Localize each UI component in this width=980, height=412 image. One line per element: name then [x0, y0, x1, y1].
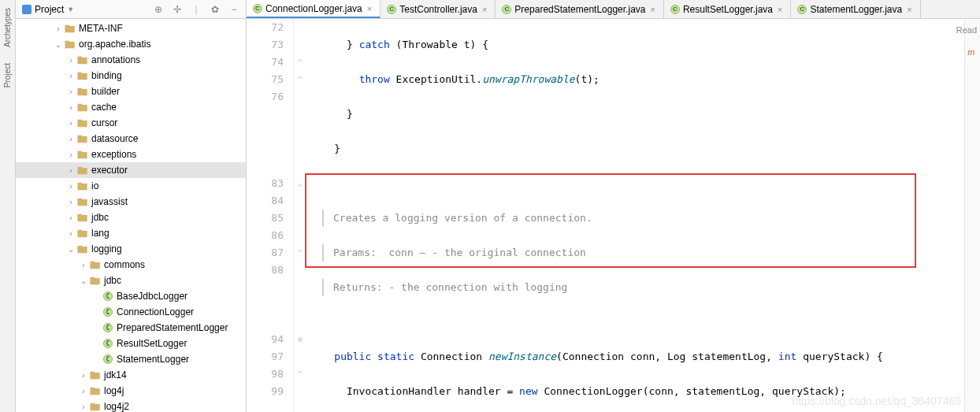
project-tree[interactable]: ›META-INF⌄org.apache.ibatis›annotations›…	[16, 19, 246, 412]
project-icon	[22, 5, 32, 14]
editor-tab[interactable]: CPreparedStatementLogger.java×	[496, 0, 664, 18]
fold-mark[interactable]	[294, 296, 306, 314]
locate-icon[interactable]: ⊕	[153, 4, 164, 15]
tree-item[interactable]: ›builder	[16, 84, 246, 99]
fold-mark[interactable]	[294, 348, 306, 366]
fold-mark[interactable]	[294, 140, 306, 158]
fold-mark[interactable]: ⌃	[294, 244, 306, 262]
tree-item-label: jdbc	[104, 275, 121, 286]
tree-arrow-icon[interactable]: ›	[54, 24, 63, 33]
fold-mark[interactable]: ⌄	[294, 175, 306, 192]
tree-item[interactable]: CPreparedStatementLogger	[16, 320, 246, 336]
tree-item[interactable]: ›META-INF	[16, 20, 246, 36]
tree-arrow-icon[interactable]: ›	[79, 403, 88, 411]
tree-item[interactable]: ›executor	[16, 162, 246, 178]
class-icon: C	[253, 4, 262, 13]
fold-mark[interactable]	[294, 192, 306, 210]
tree-arrow-icon[interactable]: ›	[66, 213, 76, 222]
tree-arrow-icon[interactable]: ›	[66, 150, 76, 159]
tree-arrow-icon[interactable]: ›	[66, 229, 76, 238]
tree-item[interactable]: ›jdbc	[16, 210, 246, 225]
fold-mark[interactable]	[294, 19, 306, 36]
fold-gutter[interactable]: ⌃⌃⌄⌃⊕⌃	[294, 19, 306, 412]
tree-arrow-icon[interactable]: ›	[79, 371, 88, 380]
tree-item[interactable]: ›annotations	[16, 52, 246, 68]
tree-arrow-icon[interactable]: ›	[79, 261, 88, 269]
class-icon: C	[670, 5, 680, 14]
tree-item[interactable]: ›javassist	[16, 194, 246, 210]
tab-label: ResultSetLogger.java	[683, 4, 773, 15]
tree-item[interactable]: ⌄jdbc	[16, 273, 246, 288]
fold-mark[interactable]	[294, 158, 306, 175]
tree-item[interactable]: ›datasource	[16, 131, 246, 147]
editor-tab[interactable]: CConnectionLogger.java×	[247, 0, 380, 18]
fold-mark[interactable]	[294, 227, 306, 244]
dropdown-icon[interactable]: ▼	[67, 6, 74, 13]
fold-mark[interactable]	[294, 314, 306, 331]
hide-icon[interactable]: −	[228, 4, 239, 15]
editor-tab[interactable]: CResultSetLogger.java×	[664, 0, 792, 18]
editor-tab[interactable]: CTestController.java×	[380, 0, 496, 18]
tree-item[interactable]: CStatementLogger	[16, 351, 246, 367]
tree-arrow-icon[interactable]: ⌄	[54, 40, 63, 49]
fold-mark[interactable]: ⌃	[294, 71, 306, 88]
fold-mark[interactable]	[294, 383, 306, 400]
fold-mark[interactable]	[294, 262, 306, 279]
tree-arrow-icon[interactable]: ›	[66, 72, 76, 80]
tree-item[interactable]: ›binding	[16, 68, 246, 84]
fold-mark[interactable]: ⌃	[294, 54, 306, 71]
tree-arrow-icon[interactable]: ›	[66, 135, 76, 143]
fold-mark[interactable]	[294, 210, 306, 227]
project-title: Project	[35, 4, 64, 15]
tree-item[interactable]: CBaseJdbcLogger	[16, 288, 246, 304]
close-icon[interactable]: ×	[366, 4, 373, 13]
fold-mark[interactable]	[294, 123, 306, 140]
tree-item[interactable]: ›log4j2	[16, 399, 246, 412]
tree-item[interactable]: ⌄logging	[16, 241, 246, 257]
fold-mark[interactable]	[294, 106, 306, 123]
tree-arrow-icon[interactable]: ›	[66, 56, 76, 65]
code-content[interactable]: } catch (Throwable t) { throw ExceptionU…	[306, 19, 980, 412]
tree-item[interactable]: ›cache	[16, 99, 246, 115]
archetypes-tab[interactable]: Archetypes	[3, 8, 12, 47]
close-icon[interactable]: ×	[776, 5, 784, 14]
class-icon: C	[502, 5, 511, 14]
tree-item[interactable]: CConnectionLogger	[16, 304, 246, 320]
fold-mark[interactable]	[294, 88, 306, 106]
tree-item[interactable]: ›io	[16, 178, 246, 194]
tree-item[interactable]: ›log4j	[16, 383, 246, 399]
fold-mark[interactable]	[294, 36, 306, 54]
tree-arrow-icon[interactable]: ⌄	[79, 277, 88, 285]
tree-arrow-icon[interactable]: ›	[66, 198, 76, 206]
tree-arrow-icon[interactable]: ›	[66, 182, 76, 191]
tree-arrow-icon[interactable]: ›	[66, 166, 76, 175]
tree-item-label: binding	[91, 70, 122, 81]
tree-item[interactable]: ›cursor	[16, 115, 246, 131]
close-icon[interactable]: ×	[481, 5, 488, 14]
expand-icon[interactable]: ✢	[172, 4, 183, 15]
tree-item[interactable]: ›lang	[16, 225, 246, 241]
tree-item[interactable]: ›exceptions	[16, 147, 246, 162]
tree-arrow-icon[interactable]: ›	[79, 387, 88, 395]
project-header: Project ▼ ⊕ ✢ | ✿ −	[16, 0, 246, 19]
editor-tab[interactable]: CStatementLogger.java×	[791, 0, 920, 18]
tree-item[interactable]: ⌄org.apache.ibatis	[16, 36, 246, 52]
tree-arrow-icon[interactable]: ›	[66, 119, 76, 128]
fold-mark[interactable]: ⌃	[294, 366, 306, 383]
maven-icon[interactable]: m	[967, 46, 978, 57]
project-tab[interactable]: Project	[3, 63, 12, 87]
tree-item-label: StatementLogger	[117, 354, 189, 365]
fold-mark[interactable]: ⊕	[294, 331, 306, 348]
folder-icon	[77, 117, 88, 128]
editor-body[interactable]: 727374757683848586878894979899 ⌃⌃⌄⌃⊕⌃ } …	[247, 19, 980, 412]
fold-mark[interactable]	[294, 279, 306, 296]
tree-item[interactable]: CResultSetLogger	[16, 336, 246, 351]
tree-arrow-icon[interactable]: ›	[66, 87, 76, 96]
tree-arrow-icon[interactable]: ⌄	[66, 245, 76, 254]
close-icon[interactable]: ×	[648, 5, 656, 14]
close-icon[interactable]: ×	[905, 5, 913, 14]
gear-icon[interactable]: ✿	[210, 4, 221, 15]
tree-arrow-icon[interactable]: ›	[66, 103, 76, 112]
tree-item[interactable]: ›commons	[16, 257, 246, 273]
tree-item[interactable]: ›jdk14	[16, 367, 246, 383]
